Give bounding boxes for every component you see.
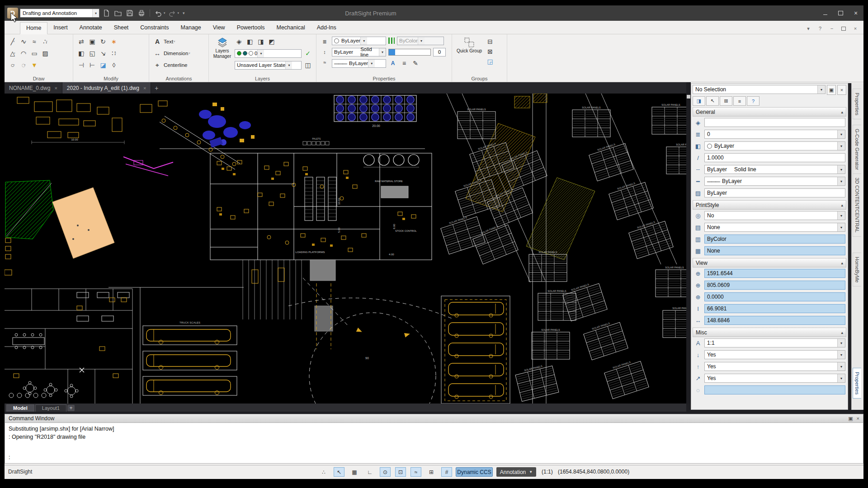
section-header-misc[interactable]: Misc▴ [693,328,846,337]
collapse-icon[interactable]: ▴ [841,261,843,265]
ribbon-tab-sheet[interactable]: Sheet [108,22,135,34]
ucs-icon-field[interactable]: Yes▾ [704,362,845,371]
polar-icon[interactable]: ⊙ [380,467,391,477]
linestyle-list-icon[interactable]: ≣ [320,37,329,47]
palette-tab-homebyme[interactable]: HomeByMe [853,253,861,286]
line-color-field[interactable]: ByLayer▾ [704,141,845,150]
workspace-selector[interactable]: Drafting and Annotation ▾ [20,9,99,18]
new-document-tab-button[interactable]: + [151,82,162,94]
ribbon-tab-view[interactable]: View [207,22,231,34]
palette-tab-g-code-generator[interactable]: G-Code Generator [853,125,861,174]
annotation-monitor-icon[interactable]: # [441,467,452,477]
centerline-button[interactable]: Centerline [164,62,187,68]
open-file-icon[interactable] [113,8,123,18]
layer-lock-icon[interactable]: ◩▾ [267,37,276,47]
ribbon-tab-mechanical[interactable]: Mechanical [270,22,311,34]
property-list-icon[interactable]: ≡ [400,58,409,68]
etrack-icon[interactable]: ≈ [410,467,421,477]
lineweight-list-icon[interactable]: ↕ [320,47,329,57]
height-field[interactable]: 66.9081 [704,304,845,313]
document-tab[interactable]: NONAME_0.dwg× [5,82,62,94]
trim-icon[interactable]: ⊣▾ [77,60,86,70]
explode-icon[interactable]: ◊ [109,60,118,70]
minimize-button[interactable] [817,5,833,21]
doc-restore-icon[interactable] [840,25,847,32]
line-color-dropdown[interactable]: ByLayer ▾ [332,37,386,45]
layer-state-dropdown[interactable]: Unsaved Layer State ▾ [235,61,302,70]
transparency-slider[interactable] [388,49,431,56]
line-scale-field[interactable]: 1.0000 [704,153,845,162]
line-style-field[interactable]: ByLayerSolid line▾ [704,165,845,174]
move-icon[interactable]: ⇄▾ [77,37,86,47]
undo-caret-icon[interactable]: ▾ [164,11,165,15]
doc-close-icon[interactable]: × [852,25,859,32]
collapse-icon[interactable]: ▴ [841,203,843,207]
print-color-field[interactable]: ByColor [704,235,845,244]
extend-icon[interactable]: ⊢ [88,60,97,70]
edit-group-icon[interactable]: ⊠ [486,47,495,56]
filter-icon[interactable]: ◨ [693,96,705,106]
circle-icon[interactable]: ○▾ [8,60,17,70]
quick-select-icon[interactable]: ⊞ [720,96,732,106]
rotate-icon[interactable]: ↻▾ [99,37,108,47]
section-header-printstyle[interactable]: PrintStyle▴ [693,200,846,210]
point-icon[interactable]: ∴▾ [41,37,50,47]
dimension-button[interactable]: Dimension [164,51,188,56]
scroll-thumb[interactable] [687,95,690,99]
plot-bars-icon[interactable] [388,38,395,44]
ribbon-collapse-icon[interactable]: ▾ [805,25,812,32]
maximize-button[interactable] [833,5,848,21]
ucs-follow-field[interactable]: Yes▾ [704,350,845,359]
new-file-icon[interactable] [101,8,111,18]
command-close-icon[interactable]: × [857,416,859,422]
group-manager-icon[interactable]: ◲ [486,56,495,66]
print-style-field[interactable]: No▾ [704,211,845,220]
snap-settings-icon[interactable]: ∴ [318,467,329,477]
help-icon[interactable]: ? [747,96,760,106]
line-icon[interactable]: ╱▾ [8,37,17,47]
material-field[interactable] [704,118,845,127]
layer-field[interactable]: 0▾ [704,130,845,139]
redo-caret-icon[interactable]: ▾ [178,11,179,15]
save-icon[interactable] [125,8,135,18]
selection-dropdown[interactable]: No Selection ▾ [693,85,826,94]
arc-icon[interactable]: ◠▾ [19,48,28,58]
spline-icon[interactable]: ≈ [30,37,39,47]
print-pen-field[interactable]: None [704,246,845,255]
erase-icon[interactable]: ◪ [99,60,108,70]
close-tab-icon[interactable]: × [54,85,57,91]
layer-state-save-icon[interactable]: ◫ [303,60,312,70]
copy-icon[interactable]: ▣ [88,37,97,47]
ribbon-tab-powertools[interactable]: Powertools [231,22,271,34]
annotation-scale-field[interactable]: 1:1▾ [704,338,845,347]
stretch-icon[interactable]: ↘▾ [99,48,108,58]
collapse-icon[interactable]: ▴ [841,110,843,114]
polygon-icon[interactable]: △▾ [8,48,17,58]
undo-icon[interactable] [153,8,163,18]
doc-minimize-icon[interactable]: − [828,25,835,32]
print-color-dropdown[interactable]: ByColor ▾ [397,37,444,45]
transparency-field[interactable]: ByLayer [704,188,845,197]
command-history[interactable]: Substituting [arsimp.shx] for [Arial Nar… [5,423,863,464]
ungroup-icon[interactable]: ⊟ [486,37,495,47]
ribbon-tab-insert[interactable]: Insert [47,22,73,34]
pattern-icon[interactable]: ∷▾ [109,48,118,58]
width-field[interactable]: 148.6846 [704,316,845,325]
esnap-icon[interactable]: ⊡ [395,467,406,477]
dynamic-ccs-button[interactable]: Dynamic CCS [456,467,493,477]
copy-settings-icon[interactable]: ≡ [733,96,746,106]
transparency-list-icon[interactable]: ≈ [320,57,329,67]
select-icon[interactable]: ↖ [706,96,719,106]
collapse-icon[interactable]: ▴ [841,330,843,335]
palette-tab-properties[interactable]: Properties [853,368,861,399]
layers-manager-button[interactable]: Layers Manager [212,36,232,71]
palette-tab-3d-contentcentral[interactable]: 3D CONTENTCENTRAL [853,174,861,237]
canvas-scroll-strip[interactable] [686,82,691,404]
command-float-icon[interactable]: ▣ [848,416,853,422]
visual-style-field[interactable] [704,385,845,394]
section-header-general[interactable]: General▴ [693,107,846,117]
print-icon[interactable] [137,8,146,18]
print-style-table-field[interactable]: None▾ [704,223,845,232]
palette-tab-properties[interactable]: Properties [853,89,861,119]
rectangle-icon[interactable]: ▭ [30,48,39,58]
